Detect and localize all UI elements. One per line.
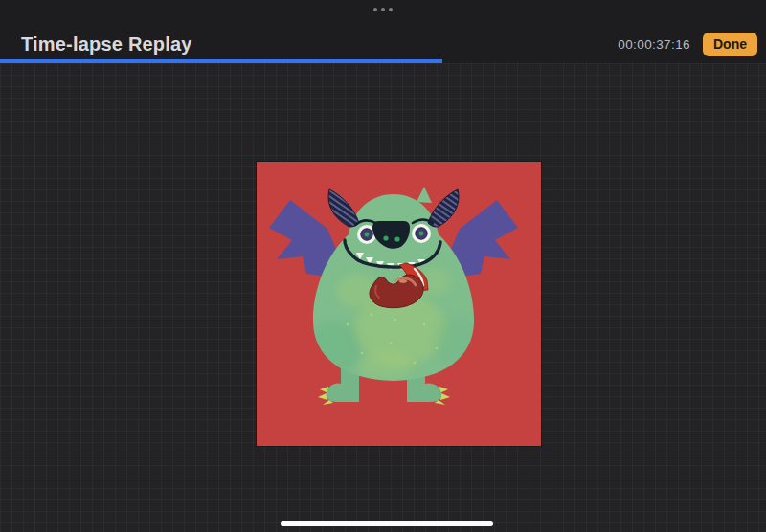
header-bar: Time-lapse Replay 00:00:37:16 Done xyxy=(0,0,766,59)
replay-progress-track xyxy=(0,59,766,63)
multitask-dot xyxy=(373,8,377,11)
multitask-indicator[interactable] xyxy=(373,8,393,11)
monster-artwork xyxy=(257,162,541,446)
replay-timecode: 00:00:37:16 xyxy=(618,37,690,52)
multitask-dot xyxy=(389,8,393,11)
header-right-group: 00:00:37:16 Done xyxy=(618,33,757,56)
canvas-stage xyxy=(0,63,766,532)
multitask-dot xyxy=(381,8,385,11)
done-button[interactable]: Done xyxy=(703,33,757,56)
replay-progress-fill xyxy=(0,59,442,63)
page-title: Time-lapse Replay xyxy=(21,33,192,55)
timelapse-replay-screen: Time-lapse Replay 00:00:37:16 Done xyxy=(0,0,766,532)
artwork-canvas[interactable] xyxy=(257,162,541,446)
home-indicator[interactable] xyxy=(281,521,493,526)
header-row: Time-lapse Replay 00:00:37:16 Done xyxy=(0,31,766,57)
